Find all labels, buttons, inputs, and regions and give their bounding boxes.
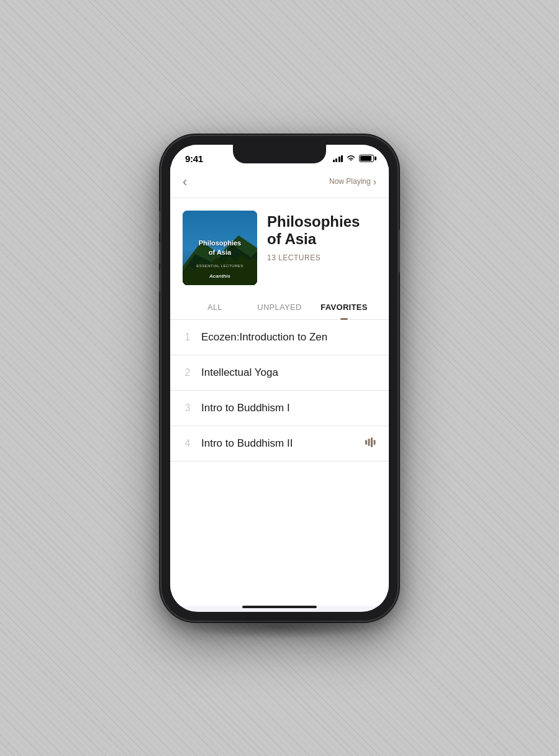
- course-lecture-count: 13 Lectures: [267, 253, 376, 262]
- lecture-title-4: Intro to Buddhism II: [201, 437, 357, 450]
- lecture-list: 1 Ecozen:Introduction to Zen 2 Intellect…: [170, 320, 389, 462]
- lecture-item-1[interactable]: 1 Ecozen:Introduction to Zen: [170, 320, 389, 355]
- signal-bar-2: [335, 158, 337, 162]
- course-info: Philosophies of Asia 13 Lectures: [267, 211, 376, 263]
- signal-bar-4: [341, 155, 343, 162]
- lecture-title-1: Ecozen:Introduction to Zen: [201, 331, 376, 344]
- artwork-title: Philosophiesof Asia: [194, 239, 246, 257]
- artwork-subtitle: Essential Lectures: [183, 264, 257, 268]
- notch: [233, 145, 326, 163]
- phone-frame: 9:41: [161, 136, 398, 621]
- lecture-title-2: Intellectual Yoga: [201, 367, 376, 379]
- nav-bar: ‹ Now Playing ›: [170, 166, 389, 198]
- svg-rect-7: [374, 440, 376, 445]
- artwork-brand: Acanthis: [183, 273, 257, 279]
- battery-fill: [360, 156, 371, 161]
- filter-tabs: ALL UNPLAYED FAVORITES: [170, 295, 389, 320]
- course-title: Philosophies of Asia: [267, 213, 376, 249]
- phone-shadow: [186, 614, 373, 639]
- lecture-item-3[interactable]: 3 Intro to Buddhism I: [170, 391, 389, 426]
- signal-bar-1: [333, 160, 335, 162]
- course-header: Philosophiesof Asia Essential Lectures A…: [170, 198, 389, 295]
- tab-all[interactable]: ALL: [183, 295, 247, 319]
- signal-bar-3: [339, 157, 340, 162]
- lecture-number-3: 3: [183, 403, 193, 414]
- svg-rect-5: [368, 439, 370, 446]
- now-playing-label: Now Playing: [329, 177, 371, 187]
- app-content: ‹ Now Playing ›: [170, 166, 389, 606]
- wifi-icon: [346, 154, 356, 163]
- status-icons: [333, 154, 375, 163]
- back-button[interactable]: ‹: [183, 174, 187, 190]
- svg-rect-4: [365, 440, 367, 445]
- tab-unplayed[interactable]: UNPLAYED: [247, 295, 312, 319]
- lecture-title-3: Intro to Buddhism I: [201, 402, 376, 414]
- now-playing-icon: [365, 437, 376, 450]
- now-playing-button[interactable]: Now Playing ›: [329, 176, 376, 188]
- phone-screen: 9:41: [170, 145, 389, 612]
- svg-rect-6: [371, 437, 373, 447]
- lecture-number-2: 2: [183, 367, 193, 378]
- tab-favorites[interactable]: FAVORITES: [312, 295, 376, 319]
- phone-wrapper: 9:41: [161, 136, 398, 621]
- lecture-item-2[interactable]: 2 Intellectual Yoga: [170, 355, 389, 391]
- lecture-item-4[interactable]: 4 Intro to Buddhism II: [170, 426, 389, 462]
- battery-icon: [359, 155, 374, 162]
- signal-bars-icon: [333, 155, 343, 162]
- course-artwork: Philosophiesof Asia Essential Lectures A…: [183, 211, 257, 285]
- lecture-number-4: 4: [183, 438, 193, 449]
- status-time: 9:41: [185, 153, 203, 164]
- chevron-right-icon: ›: [373, 176, 376, 188]
- home-indicator: [242, 606, 317, 608]
- lecture-number-1: 1: [183, 332, 193, 343]
